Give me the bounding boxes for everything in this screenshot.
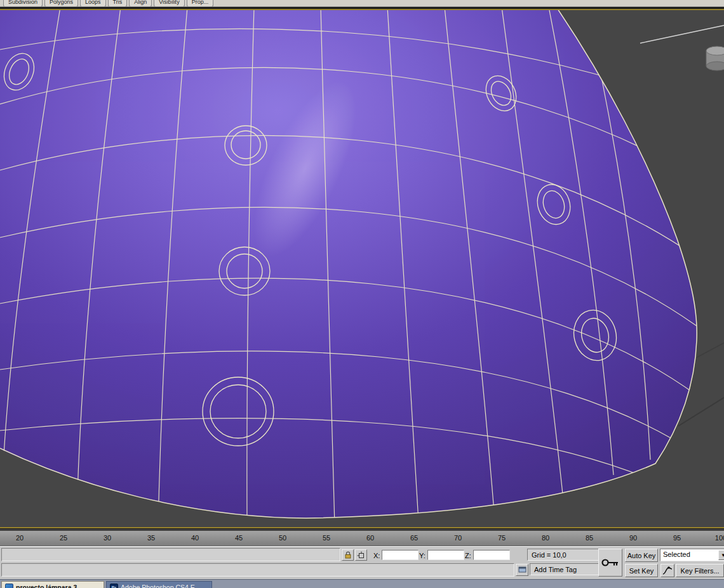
set-keys-button[interactable]: [598, 549, 622, 577]
modeling-ribbon-tabs: Subdivision Polygons Loops Tris Align Vi…: [0, 0, 724, 7]
ribbon-tab-polygons[interactable]: Polygons: [44, 0, 78, 7]
timeline-label: 90: [626, 534, 640, 542]
auto-key-button[interactable]: Auto Key: [625, 549, 658, 562]
timeline-label: 45: [232, 534, 246, 542]
scene-gizmo-object[interactable]: [706, 46, 724, 70]
timeline-label: 30: [100, 534, 114, 542]
y-coordinate-input[interactable]: [427, 550, 464, 560]
curve-icon: [662, 566, 673, 575]
timeline-label: 50: [276, 534, 290, 542]
timeline-label: 70: [451, 534, 465, 542]
selection-set-value: Selected: [660, 549, 724, 558]
x-coordinate-label: X:: [373, 552, 380, 559]
y-coordinate-label: Y:: [419, 552, 426, 559]
taskbar-item-label: proyecto lámpara 3: [16, 584, 77, 588]
add-time-tag-field[interactable]: Add Time Tag: [530, 563, 600, 575]
ribbon-tab-align[interactable]: Align: [129, 0, 152, 7]
timeline-label: 100: [714, 534, 724, 542]
z-coordinate-label: Z:: [465, 552, 471, 559]
selection-set-dropdown[interactable]: Selected ▼: [660, 549, 724, 561]
timeline-label: 85: [582, 534, 596, 542]
x-coordinate-input[interactable]: [382, 550, 419, 560]
key-icon: [601, 556, 620, 570]
perspective-viewport[interactable]: [0, 9, 724, 528]
key-filters-button[interactable]: Key Filters...: [676, 564, 724, 577]
absolute-offset-icon: [357, 551, 365, 559]
ribbon-tab-loops[interactable]: Loops: [80, 0, 106, 7]
taskbar-item-3dsmax[interactable]: proyecto lámpara 3: [1, 581, 104, 588]
timeline-label: 20: [13, 534, 27, 542]
grid-size-readout: Grid = 10,0: [527, 549, 600, 561]
timeline-label: 60: [363, 534, 377, 542]
chevron-down-icon[interactable]: ▼: [718, 550, 724, 560]
z-coordinate-input[interactable]: [473, 550, 510, 560]
status-message-line: [1, 563, 514, 577]
absolute-offset-toggle-button[interactable]: [355, 549, 367, 561]
timeline-label: 65: [407, 534, 421, 542]
timeline-label: 95: [670, 534, 684, 542]
selection-lock-button[interactable]: [342, 549, 354, 561]
photoshop-app-icon: Ps: [110, 584, 118, 588]
ribbon-tab-tris[interactable]: Tris: [108, 0, 128, 7]
set-key-button[interactable]: Set Key: [625, 564, 658, 577]
time-tag-icon: [518, 566, 526, 573]
timeline-label: 25: [57, 534, 70, 542]
timeline-label: 80: [539, 534, 553, 542]
taskbar-item-photoshop[interactable]: Ps Adobe Photoshop CS4 E...: [106, 581, 212, 588]
timeline-label: 75: [495, 534, 509, 542]
status-bar: X: Y: Z: Grid = 10,0 Add Time Tag Auto K…: [0, 546, 724, 579]
ribbon-tab-subdivision[interactable]: Subdivision: [3, 0, 43, 7]
lock-icon: [344, 551, 352, 559]
windows-taskbar: proyecto lámpara 3 Ps Adobe Photoshop CS…: [0, 579, 724, 588]
dome-object[interactable]: [0, 10, 724, 526]
timeline-label: 35: [144, 534, 158, 542]
timeline-label: 55: [319, 534, 333, 542]
time-tag-button[interactable]: [516, 564, 528, 576]
viewport-3d-scene[interactable]: [0, 10, 724, 527]
timeline-track-bar[interactable]: 20 25 30 35 40 45 50 55 60 65 70 75 80 8…: [0, 531, 724, 546]
ribbon-tab-visibility[interactable]: Visibility: [154, 0, 184, 7]
status-prompt-line: [1, 548, 340, 561]
3dsmax-app-icon: [5, 584, 13, 588]
taskbar-item-label: Adobe Photoshop CS4 E...: [121, 584, 201, 588]
default-tangent-button[interactable]: [660, 564, 674, 577]
timeline-label: 40: [188, 534, 202, 542]
ribbon-tab-properties[interactable]: Prop...: [187, 0, 214, 7]
